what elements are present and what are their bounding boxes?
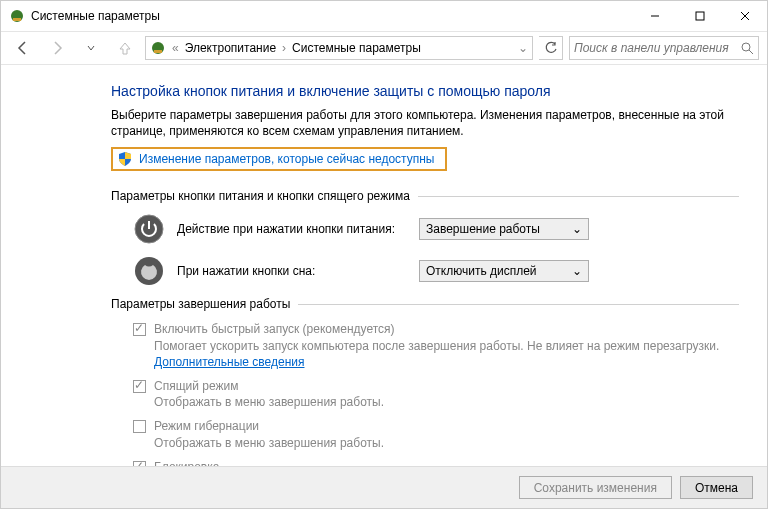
svg-rect-7 (154, 50, 162, 53)
minimize-button[interactable] (632, 1, 677, 31)
breadcrumb-prefix: « (172, 41, 179, 55)
checkbox[interactable] (133, 380, 146, 393)
lock-option: Блокировка Отображать в меню учетной зап… (133, 459, 739, 466)
section-header: Параметры завершения работы (111, 297, 739, 311)
save-button[interactable]: Сохранить изменения (519, 476, 672, 499)
checkbox[interactable] (133, 323, 146, 336)
svg-rect-1 (13, 18, 21, 21)
search-icon (740, 41, 754, 55)
hibernate-option: Режим гибернации Отображать в меню завер… (133, 418, 739, 450)
up-button[interactable] (111, 36, 139, 60)
refresh-button[interactable] (539, 36, 563, 60)
option-title: Режим гибернации (154, 418, 384, 434)
forward-button[interactable] (43, 36, 71, 60)
chevron-down-icon: ⌄ (572, 264, 582, 278)
chevron-right-icon: › (282, 41, 286, 55)
footer: Сохранить изменения Отмена (1, 466, 767, 508)
learn-more-link[interactable]: Дополнительные сведения (154, 355, 304, 369)
checkbox[interactable] (133, 420, 146, 433)
section-header: Параметры кнопки питания и кнопки спящег… (111, 189, 739, 203)
cancel-button[interactable]: Отмена (680, 476, 753, 499)
option-title: Включить быстрый запуск (рекомендуется) (154, 321, 739, 337)
power-button-row: Действие при нажатии кнопки питания: Зав… (133, 213, 739, 245)
fast-startup-option: Включить быстрый запуск (рекомендуется) … (133, 321, 739, 370)
page-heading: Настройка кнопок питания и включение защ… (111, 83, 739, 99)
back-button[interactable] (9, 36, 37, 60)
admin-link-highlight: Изменение параметров, которые сейчас нед… (111, 147, 447, 171)
option-title: Спящий режим (154, 378, 384, 394)
power-button-label: Действие при нажатии кнопки питания: (177, 222, 407, 236)
svg-line-9 (749, 50, 753, 54)
sleep-button-select[interactable]: Отключить дисплей⌄ (419, 260, 589, 282)
option-subtitle: Помогает ускорить запуск компьютера посл… (154, 339, 719, 353)
power-button-icon (133, 213, 165, 245)
search-input[interactable] (574, 41, 740, 55)
breadcrumb-item[interactable]: Электропитание (185, 41, 276, 55)
titlebar: Системные параметры (1, 1, 767, 31)
history-dropdown[interactable] (77, 36, 105, 60)
option-subtitle: Отображать в меню завершения работы. (154, 394, 384, 410)
svg-rect-3 (696, 12, 704, 20)
sleep-button-icon (133, 255, 165, 287)
shield-icon (117, 151, 133, 167)
navbar: « Электропитание › Системные параметры ⌄ (1, 31, 767, 65)
sleep-button-row: При нажатии кнопки сна: Отключить диспле… (133, 255, 739, 287)
chevron-down-icon[interactable]: ⌄ (518, 41, 528, 55)
power-options-icon (150, 40, 166, 56)
sleep-button-label: При нажатии кнопки сна: (177, 264, 407, 278)
address-bar[interactable]: « Электропитание › Системные параметры ⌄ (145, 36, 533, 60)
svg-point-8 (742, 43, 750, 51)
option-title: Блокировка (154, 459, 406, 466)
power-options-icon (9, 8, 25, 24)
search-box[interactable] (569, 36, 759, 60)
close-button[interactable] (722, 1, 767, 31)
content-area: Настройка кнопок питания и включение защ… (1, 65, 767, 466)
maximize-button[interactable] (677, 1, 722, 31)
page-instruction: Выберите параметры завершения работы для… (111, 107, 739, 139)
power-button-select[interactable]: Завершение работы⌄ (419, 218, 589, 240)
breadcrumb-item[interactable]: Системные параметры (292, 41, 421, 55)
window-title: Системные параметры (31, 9, 160, 23)
option-subtitle: Отображать в меню завершения работы. (154, 435, 384, 451)
sleep-option: Спящий режим Отображать в меню завершени… (133, 378, 739, 410)
change-unavailable-settings-link[interactable]: Изменение параметров, которые сейчас нед… (139, 152, 435, 166)
chevron-down-icon: ⌄ (572, 222, 582, 236)
